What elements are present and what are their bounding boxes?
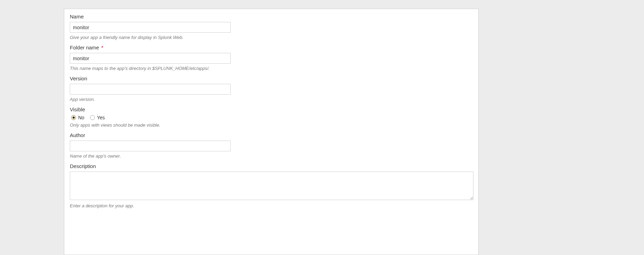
name-field: Name Give your app a friendly name for d… <box>70 14 473 40</box>
visible-yes-radio[interactable] <box>90 115 95 120</box>
visible-help: Only apps with views should be made visi… <box>70 122 473 128</box>
description-field: Description Enter a description for your… <box>70 163 473 208</box>
folder-help: This name maps to the app's directory in… <box>70 66 473 71</box>
author-field: Author Name of the app's owner. <box>70 132 473 159</box>
folder-label-text: Folder name <box>70 45 99 50</box>
version-label: Version <box>70 75 473 81</box>
folder-field: Folder name * This name maps to the app'… <box>70 45 473 71</box>
form-panel: Name Give your app a friendly name for d… <box>64 9 479 255</box>
name-input[interactable] <box>70 22 231 33</box>
name-help: Give your app a friendly name for displa… <box>70 35 473 40</box>
visible-radio-group: No Yes <box>71 115 473 120</box>
version-input[interactable] <box>70 84 231 95</box>
visible-no-label[interactable]: No <box>78 115 84 120</box>
folder-input[interactable] <box>70 53 231 64</box>
required-asterisk: * <box>101 45 103 50</box>
author-help: Name of the app's owner. <box>70 153 473 159</box>
version-field: Version App version. <box>70 75 473 102</box>
visible-label: Visible <box>70 106 473 112</box>
description-textarea[interactable] <box>70 172 473 200</box>
author-label: Author <box>70 132 473 138</box>
name-label: Name <box>70 14 473 19</box>
description-label: Description <box>70 163 473 169</box>
description-help: Enter a description for your app. <box>70 203 473 208</box>
author-input[interactable] <box>70 141 231 151</box>
version-help: App version. <box>70 97 473 102</box>
visible-no-radio[interactable] <box>71 115 76 120</box>
visible-field: Visible No Yes Only apps with views shou… <box>70 106 473 128</box>
folder-label: Folder name * <box>70 45 473 50</box>
visible-yes-label[interactable]: Yes <box>97 115 105 120</box>
